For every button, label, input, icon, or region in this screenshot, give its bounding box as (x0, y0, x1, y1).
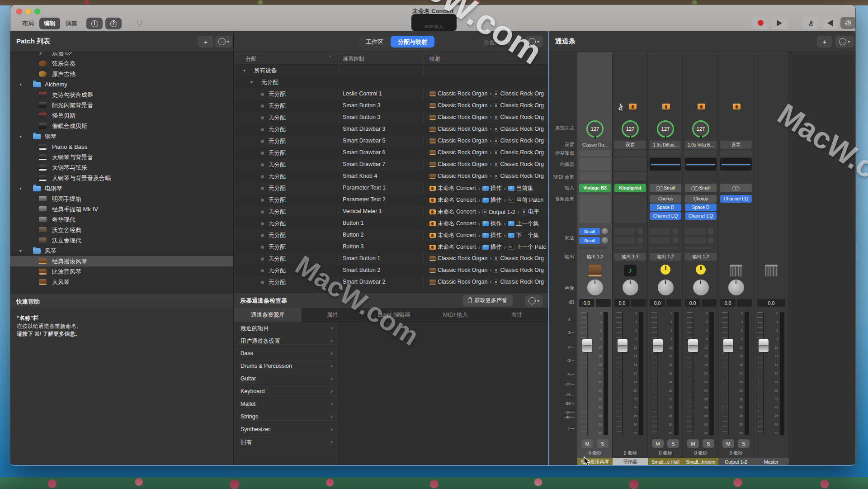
chevron-down-icon[interactable]: ▾ (19, 82, 22, 87)
inspector-tab-3[interactable]: MIDI 输入 (425, 308, 486, 322)
chevron-down-icon[interactable]: ▾ (243, 68, 245, 73)
patch-list-item[interactable]: 阳光闪耀背景音 (10, 100, 233, 110)
assignment-group-row[interactable]: ▾无分配 (234, 76, 548, 88)
channel-strips-toggle-button[interactable] (840, 17, 856, 29)
input-button[interactable]: Vintage B3 (579, 184, 611, 192)
library-item[interactable]: 用户通道条设置› (234, 334, 338, 347)
view-tab-0[interactable]: 工作区 (359, 36, 391, 47)
library-item[interactable]: Strings› (234, 410, 338, 423)
volume-value[interactable]: 0.0 (757, 299, 785, 307)
mute-button[interactable]: M (581, 439, 593, 448)
volume-value[interactable]: 0.0 (720, 299, 736, 307)
patch-list-item[interactable]: 明亮手提箱 (10, 194, 233, 204)
library-item[interactable]: Bass› (234, 347, 338, 360)
send-knob[interactable] (602, 228, 608, 234)
library-item[interactable]: 最近的项目› (234, 322, 338, 334)
sort-ascending-icon[interactable]: ^ (329, 55, 331, 60)
audio-effect-button[interactable]: Channel EQ (650, 212, 681, 220)
library-item[interactable]: Synthesizer› (234, 423, 338, 436)
assignment-row[interactable]: 无分配Smart Drawbar 7Classic Rock Organ›Cla… (234, 159, 548, 171)
patch-list-item[interactable]: 大风琴 (10, 277, 233, 287)
audio-effect-button[interactable]: Space D (685, 204, 717, 211)
output-button[interactable]: 输出 1-2 (579, 253, 611, 261)
setting-button[interactable]: 1.0s Villa B... (685, 141, 717, 149)
chevron-down-icon[interactable]: ▾ (19, 134, 22, 139)
metronome-button[interactable] (802, 17, 820, 29)
assignment-row[interactable]: 无分配Smart Button 3Classic Rock Organ›Clas… (234, 100, 548, 112)
column-header-mapping[interactable]: 映射 (429, 55, 440, 63)
assignment-row[interactable]: 无分配Smart Button 3Classic Rock Organ›Clas… (234, 112, 548, 123)
patch-list-item[interactable]: 大钢琴与弦乐 (10, 162, 233, 173)
get-more-sounds-button[interactable]: 获取更多声音 (462, 295, 513, 306)
pan-knob[interactable] (658, 280, 674, 295)
pan-knob[interactable] (693, 280, 709, 295)
assignment-row[interactable]: 无分配Button 1未命名 Concert›操作›上一个集 (234, 218, 548, 229)
library-item[interactable]: Keyboard› (234, 385, 338, 398)
library-item[interactable]: Drums & Percussion› (234, 360, 338, 372)
column-header-assignment[interactable]: 分配 (245, 55, 256, 63)
play-button[interactable] (771, 17, 788, 29)
volume-value[interactable]: 0.0 (614, 299, 630, 307)
strip-name[interactable]: Output 1-2 (718, 458, 754, 466)
volume-value[interactable]: 0.0 (685, 299, 700, 307)
patch-list-item[interactable]: 史诗勾状合成器 (10, 90, 233, 100)
patch-list-item[interactable]: ▾钢琴 (10, 131, 233, 142)
patch-list-item[interactable]: 奢华现代 (10, 214, 233, 225)
output-button[interactable]: 输出 1-2 (685, 253, 717, 261)
audio-effect-button[interactable]: Space D (650, 204, 681, 211)
record-button[interactable] (752, 17, 769, 29)
assignment-row[interactable]: 无分配Button 2未命名 Concert›操作›下一个集 (234, 229, 548, 241)
fader-cap[interactable] (653, 339, 663, 352)
patch-list-item[interactable]: Piano & Bass (10, 142, 233, 152)
patch-list-item[interactable]: 弦乐合奏 (10, 58, 233, 69)
inspector-toggle-button[interactable]: i (86, 18, 103, 29)
concert-folder-icon[interactable] (733, 104, 741, 109)
solo-button[interactable]: S (597, 439, 609, 448)
inspector-action-menu[interactable]: …▾ (525, 295, 543, 307)
patch-list-item[interactable]: ▾电钢琴 (10, 183, 233, 194)
inspector-tab-4[interactable]: 备注 (486, 308, 548, 322)
solo-button[interactable]: S (703, 439, 714, 448)
assignment-row[interactable]: 无分配Vertical Meter 1未命名 Concert›Output 1-… (234, 206, 548, 218)
patch-list-item[interactable]: 催眠合成贝斯 (10, 121, 233, 131)
mute-button[interactable]: M (687, 439, 699, 448)
expression-knob[interactable]: 127 (692, 120, 709, 138)
send-button[interactable]: Small (579, 237, 600, 244)
concert-folder-icon[interactable] (698, 104, 705, 109)
inspector-tab-2[interactable]: Layer 编辑器 (363, 308, 425, 322)
eq-display[interactable] (650, 158, 681, 171)
library-item[interactable]: Guitar› (234, 372, 338, 385)
add-patch-button[interactable]: + (198, 36, 213, 47)
channel-strips-action-menu[interactable]: …▾ (835, 36, 854, 47)
mode-button-1[interactable]: 编辑 (39, 18, 60, 29)
assignment-row[interactable]: 无分配Button 3未命名 Concert›操作›上一个 Patc (234, 241, 548, 253)
eq-display[interactable] (685, 158, 717, 171)
volume-value[interactable]: 0.0 (579, 299, 594, 307)
solo-button[interactable]: S (738, 439, 750, 448)
chevron-down-icon[interactable]: ▾ (250, 80, 253, 85)
setting-button[interactable]: 1.3s Diffus... (650, 141, 681, 149)
column-header-screen-control[interactable]: 屏幕控制 (343, 55, 364, 63)
assignment-row[interactable]: 无分配Smart Button 1Classic Rock Organ›Clas… (234, 253, 548, 265)
setting-button[interactable]: 设置 (720, 141, 752, 149)
chevron-down-icon[interactable]: ▾ (19, 186, 22, 191)
assignment-row[interactable]: 无分配Smart Drawbar 2Classic Rock Organ›Cla… (234, 276, 548, 288)
assignment-row[interactable]: 无分配Smart Knob 4Classic Rock Organ›Classi… (234, 171, 548, 182)
mute-button[interactable]: M (722, 439, 734, 448)
send-button[interactable]: Small (579, 228, 600, 235)
assignment-row[interactable]: 无分配Parameter Text 1未命名 Concert›操作›当前集 (234, 182, 548, 194)
strip-name[interactable]: 节拍器 (613, 458, 648, 466)
assignment-row[interactable]: 无分配Smart Button 2Classic Rock Organ›Clas… (234, 265, 548, 276)
audio-effect-button[interactable]: Chorus (685, 195, 717, 203)
fader-cap[interactable] (759, 339, 769, 352)
library-item[interactable]: Mallet› (234, 398, 338, 410)
eq-display[interactable] (720, 158, 752, 171)
quick-help-button[interactable]: ? (105, 18, 122, 29)
expression-knob[interactable]: 127 (622, 120, 639, 138)
tuner-button[interactable] (132, 18, 148, 29)
strip-name[interactable]: Small...hroom (683, 458, 718, 466)
volume-fader[interactable]: 03691215182124303540455060 (648, 310, 683, 437)
pan-knob[interactable] (587, 280, 603, 295)
concert-folder-icon[interactable] (662, 104, 670, 109)
patch-list-item[interactable]: 怪兽贝斯 (10, 110, 233, 121)
